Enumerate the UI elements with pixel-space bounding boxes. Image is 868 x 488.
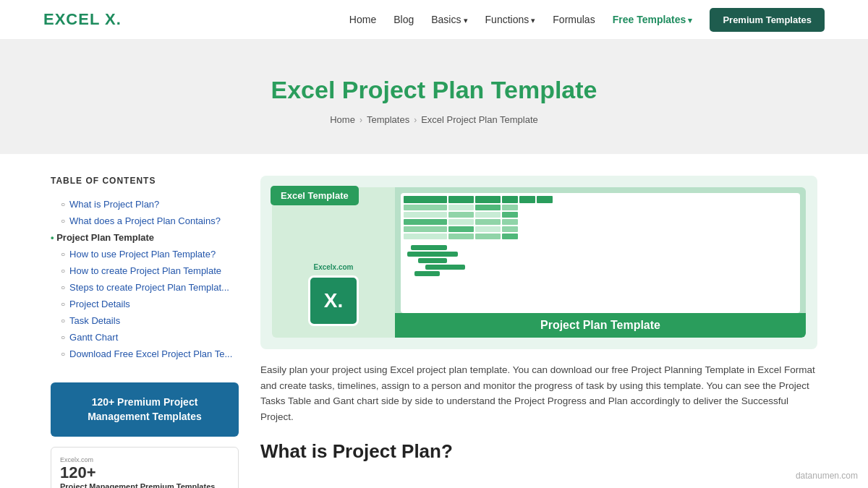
toc-link-2[interactable]: What does a Project Plan Contains? [69, 215, 221, 226]
template-preview: Excelx.com X. [272, 187, 806, 338]
toc-item-6[interactable]: Steps to create Project Plan Templat... [51, 279, 239, 296]
template-left: Excelx.com X. [272, 187, 395, 338]
nav-functions[interactable]: Functions [485, 14, 536, 25]
watermark: datanumen.com [796, 471, 858, 481]
toc-item-1[interactable]: What is Project Plan? [51, 196, 239, 213]
product-card-logo: Excelx.com [60, 456, 229, 463]
toc-link-4[interactable]: How to use Project Plan Template? [69, 249, 216, 260]
template-right: Project Plan Template [395, 187, 806, 338]
product-card[interactable]: Excelx.com 120+ Project Management Premi… [51, 447, 239, 488]
template-logo: X. [308, 275, 359, 326]
nav-formulas[interactable]: Formulas [553, 14, 595, 25]
toc-title: TABLE OF CONTENTS [51, 176, 239, 186]
breadcrumb-templates[interactable]: Templates [367, 114, 409, 125]
breadcrumb: Home › Templates › Excel Project Plan Te… [14, 114, 854, 125]
toc-item-2[interactable]: What does a Project Plan Contains? [51, 213, 239, 229]
header: EXCEL X. Home Blog Basics Functions Form… [0, 0, 868, 40]
promo-box[interactable]: 120+ Premium Project Management Template… [51, 382, 239, 437]
nav-home[interactable]: Home [349, 14, 376, 25]
toc-link-6[interactable]: Steps to create Project Plan Templat... [69, 282, 229, 293]
toc-list: What is Project Plan? What does a Projec… [51, 196, 239, 362]
main-nav: Home Blog Basics Functions Formulas Free… [349, 8, 825, 32]
sidebar: TABLE OF CONTENTS What is Project Plan? … [51, 176, 239, 488]
hero-banner: Excel Project Plan Template Home › Templ… [0, 40, 868, 154]
main-content: TABLE OF CONTENTS What is Project Plan? … [36, 154, 832, 488]
toc-item-4[interactable]: How to use Project Plan Template? [51, 246, 239, 262]
toc-link-7[interactable]: Project Details [69, 299, 130, 309]
toc-link-8[interactable]: Task Details [69, 315, 120, 326]
toc-item-7[interactable]: Project Details [51, 296, 239, 312]
toc-item-5[interactable]: How to create Project Plan Template [51, 262, 239, 279]
article-description: Easily plan your project using Excel pro… [260, 362, 817, 424]
toc-item-10[interactable]: Download Free Excel Project Plan Te... [51, 346, 239, 362]
product-card-info: Excelx.com 120+ Project Management Premi… [60, 456, 229, 488]
toc-link-10[interactable]: Download Free Excel Project Plan Te... [69, 348, 232, 359]
breadcrumb-sep1: › [359, 115, 362, 125]
site-logo[interactable]: EXCEL X. [43, 10, 122, 29]
toc-item-9[interactable]: Gantt Chart [51, 329, 239, 346]
template-image-container: Excel Template Excelx.com X. [260, 176, 817, 349]
spreadsheet-preview [401, 193, 800, 313]
breadcrumb-home[interactable]: Home [330, 114, 355, 125]
toc-link-5[interactable]: How to create Project Plan Template [69, 265, 221, 276]
product-card-count: 120+ [60, 463, 229, 482]
template-site: Excelx.com [313, 263, 353, 271]
toc-item-3[interactable]: Project Plan Template [51, 229, 239, 246]
page-title: Excel Project Plan Template [14, 76, 854, 104]
toc-item-8[interactable]: Task Details [51, 312, 239, 329]
breadcrumb-sep2: › [414, 115, 417, 125]
nav-blog[interactable]: Blog [393, 14, 414, 25]
nav-basics[interactable]: Basics [431, 14, 467, 25]
toc-link-9[interactable]: Gantt Chart [69, 332, 118, 343]
template-badge: Excel Template [271, 186, 359, 205]
template-footer-label: Project Plan Template [395, 313, 806, 338]
product-card-title: Project Management Premium Templates [60, 482, 229, 488]
premium-templates-button[interactable]: Premium Templates [710, 8, 825, 32]
toc-link-1[interactable]: What is Project Plan? [69, 199, 159, 210]
section1-heading: What is Project Plan? [260, 440, 817, 463]
nav-free-templates[interactable]: Free Templates [613, 14, 693, 25]
article: Excel Template Excelx.com X. [260, 176, 817, 488]
breadcrumb-current: Excel Project Plan Template [421, 114, 538, 125]
